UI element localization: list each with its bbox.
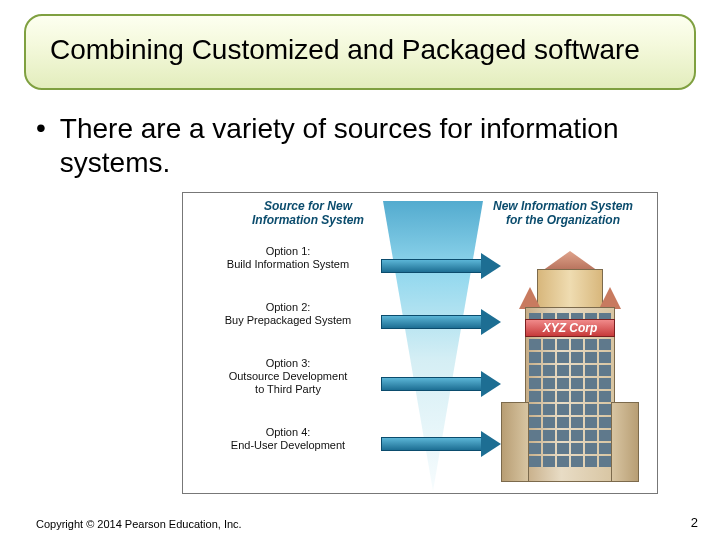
figure-header-left: Source for New Information System: [233, 199, 383, 227]
option-2-label: Option 2:: [266, 301, 311, 313]
option-1: Option 1: Build Information System: [203, 245, 373, 271]
building-side-right: [611, 402, 639, 482]
figure-header-right: New Information System for the Organizat…: [483, 199, 643, 227]
arrow-body: [381, 259, 483, 273]
header-right-line1: New Information System: [493, 199, 633, 213]
option-2: Option 2: Buy Prepackaged System: [203, 301, 373, 327]
header-left-line2: Information System: [252, 213, 364, 227]
option-1-label: Option 1:: [266, 245, 311, 257]
option-3: Option 3: Outsource Development to Third…: [203, 357, 373, 396]
arrow-3: [381, 371, 501, 397]
header-left-line1: Source for New: [264, 199, 352, 213]
option-3-text: Outsource Development: [229, 370, 348, 382]
building-windows: [529, 313, 611, 478]
building-roof: [535, 251, 605, 271]
slide-title: Combining Customized and Packaged softwa…: [50, 34, 670, 66]
page-number: 2: [691, 515, 698, 530]
header-right-line2: for the Organization: [506, 213, 620, 227]
arrow-body: [381, 437, 483, 451]
bullet-text: There are a variety of sources for infor…: [60, 112, 684, 180]
arrow-body: [381, 315, 483, 329]
option-3-text2: to Third Party: [255, 383, 321, 395]
arrow-1: [381, 253, 501, 279]
option-3-label: Option 3:: [266, 357, 311, 369]
option-4-text: End-User Development: [231, 439, 345, 451]
option-4: Option 4: End-User Development: [203, 426, 373, 452]
building-sign: XYZ Corp: [525, 319, 615, 337]
building-top: [537, 269, 603, 309]
bullet-marker: •: [36, 112, 46, 144]
option-1-text: Build Information System: [227, 258, 349, 270]
copyright-footer: Copyright © 2014 Pearson Education, Inc.: [36, 518, 242, 530]
slide-title-box: Combining Customized and Packaged softwa…: [24, 14, 696, 90]
figure-diagram: Source for New Information System New In…: [182, 192, 658, 494]
arrow-body: [381, 377, 483, 391]
options-column: Option 1: Build Information System Optio…: [203, 245, 373, 482]
building-graphic: XYZ Corp: [495, 237, 645, 487]
option-4-label: Option 4:: [266, 426, 311, 438]
arrow-2: [381, 309, 501, 335]
option-2-text: Buy Prepackaged System: [225, 314, 352, 326]
arrow-4: [381, 431, 501, 457]
bullet-item: • There are a variety of sources for inf…: [36, 112, 684, 180]
building-side-left: [501, 402, 529, 482]
